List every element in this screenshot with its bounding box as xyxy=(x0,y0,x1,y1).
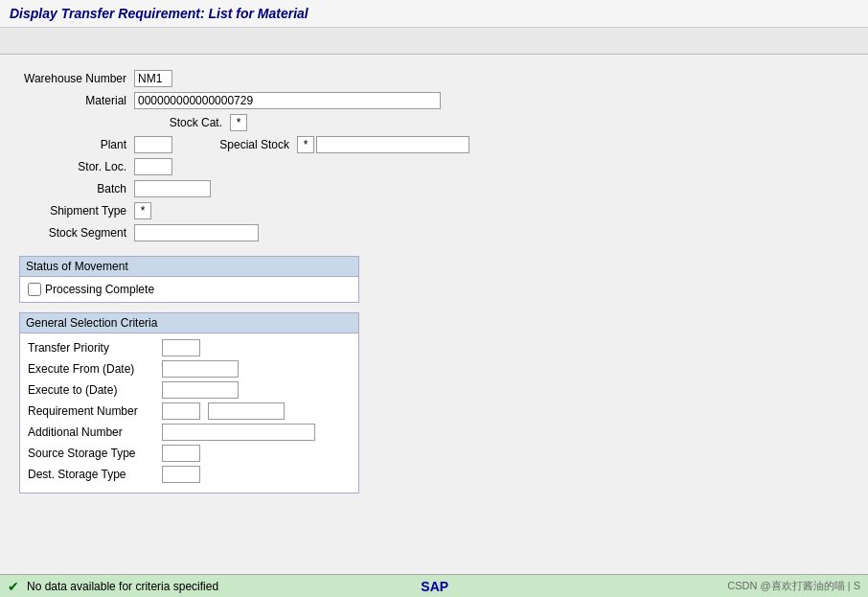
transfer-priority-input[interactable] xyxy=(162,339,200,356)
execute-from-input[interactable] xyxy=(162,360,239,378)
stock-cat-value: * xyxy=(230,114,247,131)
general-selection-section: General Selection Criteria Transfer Prio… xyxy=(19,312,359,494)
warehouse-number-input[interactable] xyxy=(134,70,172,87)
status-message: No data available for criteria specified xyxy=(27,580,218,593)
page-title: Display Transfer Requirement: List for M… xyxy=(0,0,868,28)
requirement-number-label: Requirement Number xyxy=(28,404,162,418)
plant-row: Plant Special Stock * xyxy=(19,136,469,153)
stor-loc-label: Stor. Loc. xyxy=(19,160,134,173)
additional-number-row: Additional Number xyxy=(28,424,351,441)
shipment-type-row: Shipment Type * xyxy=(19,202,469,219)
execute-to-input[interactable] xyxy=(162,381,239,399)
stor-loc-row: Stor. Loc. xyxy=(19,158,469,175)
execute-from-row: Execute From (Date) xyxy=(28,360,351,378)
additional-number-input[interactable] xyxy=(162,424,315,441)
requirement-number-inputs xyxy=(162,402,285,420)
requirement-number-input2[interactable] xyxy=(208,402,285,420)
plant-label: Plant xyxy=(19,138,134,151)
main-container: Display Transfer Requirement: List for M… xyxy=(0,0,868,597)
watermark-text: CSDN @喜欢打酱油的喵 | S xyxy=(727,579,860,593)
execute-to-row: Execute to (Date) xyxy=(28,381,351,399)
source-storage-type-input[interactable] xyxy=(162,445,200,462)
material-label: Material xyxy=(19,94,134,107)
source-storage-type-row: Source Storage Type xyxy=(28,445,351,462)
source-storage-type-label: Source Storage Type xyxy=(28,447,162,460)
status-of-movement-header: Status of Movement xyxy=(20,257,358,277)
general-selection-content: Transfer Priority Execute From (Date) Ex… xyxy=(20,333,358,493)
material-input[interactable] xyxy=(134,92,441,109)
dest-storage-type-row: Dest. Storage Type xyxy=(28,466,351,483)
special-stock-input[interactable] xyxy=(316,136,469,153)
status-bar: ✔ No data available for criteria specifi… xyxy=(0,574,868,597)
requirement-number-input1[interactable] xyxy=(162,402,200,420)
stock-cat-label: Stock Cat. xyxy=(134,116,230,129)
additional-number-label: Additional Number xyxy=(28,425,162,439)
toolbar xyxy=(0,28,868,55)
left-col: Stock Cat. * Plant Special Stock * Stor.… xyxy=(19,114,469,246)
material-row: Material xyxy=(19,92,849,109)
status-of-movement-content: Processing Complete xyxy=(20,277,358,302)
shipment-type-label: Shipment Type xyxy=(19,204,134,218)
stock-segment-row: Stock Segment xyxy=(19,224,469,241)
plant-input[interactable] xyxy=(134,136,172,153)
special-stock-value: * xyxy=(297,136,314,153)
dest-storage-type-input[interactable] xyxy=(162,466,200,483)
requirement-number-row: Requirement Number xyxy=(28,402,351,420)
batch-input[interactable] xyxy=(134,180,211,197)
transfer-priority-row: Transfer Priority xyxy=(28,339,351,356)
stock-segment-label: Stock Segment xyxy=(19,226,134,240)
execute-from-label: Execute From (Date) xyxy=(28,362,162,376)
transfer-priority-label: Transfer Priority xyxy=(28,341,162,355)
warehouse-number-label: Warehouse Number xyxy=(19,72,134,85)
content-area: Warehouse Number Material Stock Cat. * P… xyxy=(0,55,868,574)
dest-storage-type-label: Dest. Storage Type xyxy=(28,468,162,481)
processing-complete-checkbox[interactable] xyxy=(28,283,41,296)
status-of-movement-section: Status of Movement Processing Complete xyxy=(19,256,359,303)
execute-to-label: Execute to (Date) xyxy=(28,383,162,397)
sap-logo: SAP xyxy=(421,579,448,594)
batch-label: Batch xyxy=(19,182,134,195)
two-col-section: Stock Cat. * Plant Special Stock * Stor.… xyxy=(19,114,849,246)
batch-row: Batch xyxy=(19,180,469,197)
warehouse-number-row: Warehouse Number xyxy=(19,70,849,87)
stor-loc-input[interactable] xyxy=(134,158,172,175)
processing-complete-label: Processing Complete xyxy=(45,283,154,296)
status-check-icon: ✔ xyxy=(8,579,19,594)
stock-segment-input[interactable] xyxy=(134,224,259,241)
processing-complete-row: Processing Complete xyxy=(28,283,351,296)
general-selection-header: General Selection Criteria xyxy=(20,313,358,333)
special-stock-label: Special Stock xyxy=(201,138,297,151)
shipment-type-value: * xyxy=(134,202,151,219)
